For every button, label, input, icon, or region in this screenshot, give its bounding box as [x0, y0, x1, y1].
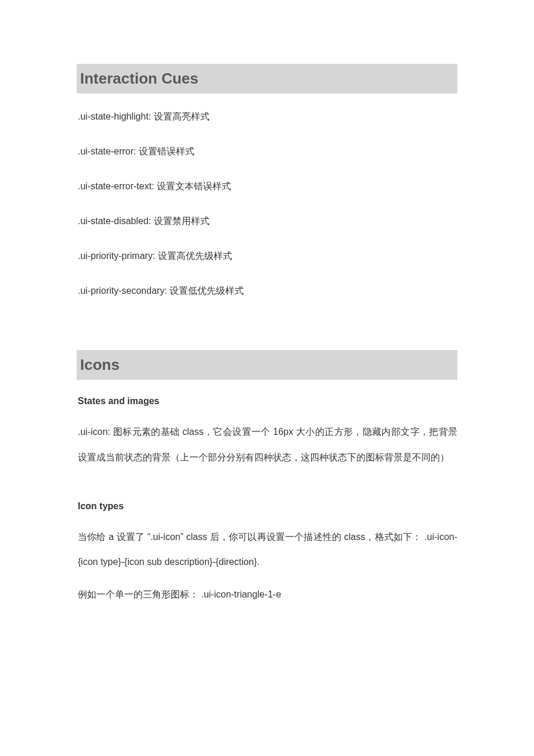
definition-line: .ui-state-highlight: 设置高亮样式 — [78, 110, 457, 124]
icon-types-paragraph: 当你给 a 设置了 “.ui-icon” class 后，你可以再设置一个描述性… — [78, 524, 457, 574]
definition-line: .ui-priority-primary: 设置高优先级样式 — [78, 249, 457, 263]
definition-line: .ui-state-error-text: 设置文本错误样式 — [78, 179, 457, 193]
definition-line: .ui-state-disabled: 设置禁用样式 — [78, 214, 457, 228]
subheading-states-and-images: States and images — [78, 396, 457, 406]
subheading-icon-types: Icon types — [78, 501, 457, 512]
icon-types-example: 例如一个单一的三角形图标： .ui-icon-triangle-1-e — [78, 587, 457, 602]
states-paragraph: .ui-icon: 图标元素的基础 class，它会设置一个 16px 大小的正… — [78, 419, 457, 469]
definition-line: .ui-state-error: 设置错误样式 — [78, 145, 457, 159]
section-header-interaction-cues: Interaction Cues — [77, 64, 457, 93]
section-header-icons: Icons — [77, 350, 457, 380]
definition-line: .ui-priority-secondary: 设置低优先级样式 — [78, 284, 457, 298]
